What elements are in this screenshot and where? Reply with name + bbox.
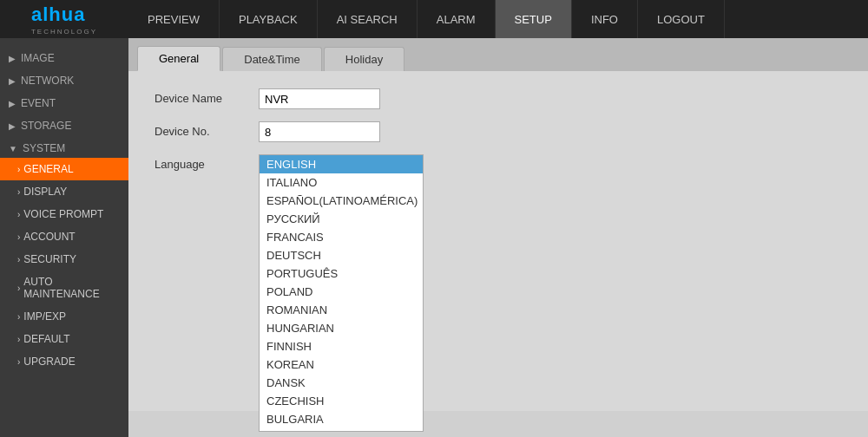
device-no-input[interactable] xyxy=(259,121,380,142)
lang-option-czechish[interactable]: CZECHISH xyxy=(260,392,423,410)
lang-option-espa-ol-latinoam-rica-[interactable]: ESPAÑOL(LATINOAMÉRICA) xyxy=(260,192,423,210)
language-dropdown[interactable]: ENGLISHITALIANOESPAÑOL(LATINOAMÉRICA)РУС… xyxy=(259,154,424,432)
sidebar-item-imp/exp[interactable]: ›IMP/EXP xyxy=(0,305,128,328)
lang-option-english[interactable]: ENGLISH xyxy=(260,155,423,173)
form-area: Device Name Device No. Language ENGLISHI… xyxy=(128,71,868,411)
device-name-row: Device Name xyxy=(155,88,842,109)
sidebar: ▶IMAGE▶NETWORK▶EVENT▶STORAGE▼SYSTEM›GENE… xyxy=(0,38,128,437)
logo-sub: TECHNOLOGY xyxy=(31,28,97,36)
tab-general[interactable]: General xyxy=(137,46,220,71)
sidebar-item-upgrade[interactable]: ›UPGRADE xyxy=(0,350,128,373)
nav-item-ai-search[interactable]: AI SEARCH xyxy=(318,0,418,38)
device-name-input[interactable] xyxy=(259,88,380,109)
lang-option-romanian[interactable]: ROMANIAN xyxy=(260,301,423,319)
sidebar-item-display[interactable]: ›DISPLAY xyxy=(0,180,128,203)
sidebar-section-storage[interactable]: ▶STORAGE xyxy=(0,113,128,135)
logo-brand: alhua xyxy=(31,3,97,26)
lang-option-deutsch[interactable]: DEUTSCH xyxy=(260,246,423,264)
sidebar-item-auto-maintenance[interactable]: ›AUTO MAINTENANCE xyxy=(0,271,128,305)
lang-option--------[interactable]: РУССКИЙ xyxy=(260,210,423,228)
main-content: GeneralDate&TimeHoliday Device Name Devi… xyxy=(128,38,868,437)
tab-bar: GeneralDate&TimeHoliday xyxy=(128,38,868,71)
lang-option-italiano[interactable]: ITALIANO xyxy=(260,173,423,192)
sidebar-item-general[interactable]: ›GENERAL xyxy=(0,158,128,180)
sidebar-item-security[interactable]: ›SECURITY xyxy=(0,248,128,271)
lang-option-poland[interactable]: POLAND xyxy=(260,283,423,301)
sidebar-section-image[interactable]: ▶IMAGE xyxy=(0,45,128,68)
sidebar-item-account[interactable]: ›ACCOUNT xyxy=(0,225,128,248)
lang-option-finnish[interactable]: FINNISH xyxy=(260,337,423,355)
nav-item-logout[interactable]: LOGOUT xyxy=(638,0,725,38)
sidebar-section-system[interactable]: ▼SYSTEM xyxy=(0,135,128,158)
nav-bar: PREVIEWPLAYBACKAI SEARCHALARMSETUPINFOLO… xyxy=(128,0,868,38)
nav-item-alarm[interactable]: ALARM xyxy=(418,0,496,38)
main-layout: ▶IMAGE▶NETWORK▶EVENT▶STORAGE▼SYSTEM›GENE… xyxy=(0,38,868,437)
sidebar-item-voice-prompt[interactable]: ›VOICE PROMPT xyxy=(0,203,128,225)
language-label: Language xyxy=(155,154,259,171)
lang-option-francais[interactable]: FRANCAIS xyxy=(260,228,423,246)
header: alhua TECHNOLOGY PREVIEWPLAYBACKAI SEARC… xyxy=(0,0,868,38)
nav-item-preview[interactable]: PREVIEW xyxy=(128,0,220,38)
lang-option-dansk[interactable]: DANSK xyxy=(260,374,423,392)
nav-item-info[interactable]: INFO xyxy=(572,0,638,38)
nav-item-setup[interactable]: SETUP xyxy=(496,0,572,38)
tab-holiday[interactable]: Holiday xyxy=(324,47,404,71)
sidebar-item-default[interactable]: ›DEFAULT xyxy=(0,328,128,350)
logo: alhua TECHNOLOGY xyxy=(0,0,128,38)
lang-option-hungarian[interactable]: HUNGARIAN xyxy=(260,319,423,337)
language-row: Language ENGLISHITALIANOESPAÑOL(LATINOAM… xyxy=(155,154,842,171)
tab-date-time[interactable]: Date&Time xyxy=(222,47,322,71)
lang-option-korean[interactable]: KOREAN xyxy=(260,355,423,374)
device-no-row: Device No. xyxy=(155,121,842,142)
lang-option-slovenia[interactable]: Slovenia xyxy=(260,428,423,432)
lang-option-bulgaria[interactable]: BULGARIA xyxy=(260,410,423,428)
device-no-label: Device No. xyxy=(155,121,259,138)
lang-option-portugu-s[interactable]: PORTUGUÊS xyxy=(260,264,423,283)
device-name-label: Device Name xyxy=(155,88,259,105)
sidebar-section-network[interactable]: ▶NETWORK xyxy=(0,68,128,90)
sidebar-section-event[interactable]: ▶EVENT xyxy=(0,90,128,113)
nav-item-playback[interactable]: PLAYBACK xyxy=(220,0,318,38)
